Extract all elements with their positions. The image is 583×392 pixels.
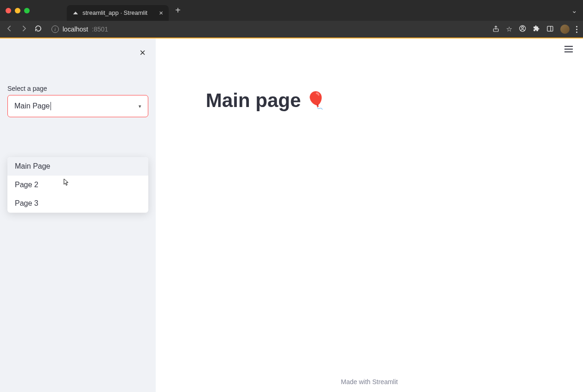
window-traffic-lights <box>6 8 30 13</box>
select-label: Select a page <box>7 85 148 92</box>
browser-tab-bar: streamlit_app · Streamlit × + ⌄ <box>0 0 583 21</box>
streamlit-favicon-icon <box>72 10 79 16</box>
toolbar-right-group: ☆ <box>492 25 577 34</box>
window-minimize-button[interactable] <box>15 8 20 13</box>
dropdown-option-main-page[interactable]: Main Page <box>7 157 148 176</box>
tab-close-icon[interactable]: × <box>159 9 163 17</box>
back-button[interactable] <box>6 25 13 34</box>
sidebar: × Select a page Main Page ▾ Main Page Pa… <box>0 38 156 392</box>
window-maximize-button[interactable] <box>24 8 30 13</box>
extensions-avatar-icon[interactable] <box>519 25 526 34</box>
address-bar[interactable]: i localhost:8501 <box>49 23 486 36</box>
page-content: Main page 🎈 <box>156 38 583 372</box>
dropdown-caret-icon[interactable]: ▾ <box>139 103 141 109</box>
extensions-puzzle-icon[interactable] <box>533 25 540 33</box>
svg-rect-3 <box>547 26 553 31</box>
side-panel-icon[interactable] <box>546 25 554 34</box>
page-select-input[interactable]: Main Page ▾ <box>7 95 148 117</box>
text-cursor <box>51 102 51 110</box>
main-content: Main page 🎈 Made with Streamlit <box>156 38 583 392</box>
reload-button[interactable] <box>34 25 42 34</box>
browser-menu-button[interactable] <box>576 26 577 33</box>
balloon-emoji-icon: 🎈 <box>305 91 326 110</box>
share-icon[interactable] <box>492 25 500 34</box>
site-info-icon[interactable]: i <box>51 25 59 33</box>
window-close-button[interactable] <box>6 8 11 13</box>
dropdown-option-page-2[interactable]: Page 2 <box>7 176 148 194</box>
svg-point-2 <box>521 26 523 28</box>
select-value: Main Page <box>14 102 50 110</box>
footer: Made with Streamlit <box>156 372 583 392</box>
profile-avatar[interactable] <box>560 25 570 34</box>
footer-prefix: Made with <box>341 378 373 386</box>
sidebar-close-button[interactable]: × <box>139 47 146 59</box>
url-host: localhost <box>63 25 88 33</box>
streamlit-app: × Select a page Main Page ▾ Main Page Pa… <box>0 38 583 392</box>
url-path: :8501 <box>92 25 108 33</box>
dropdown-option-page-3[interactable]: Page 3 <box>7 194 148 213</box>
forward-button[interactable] <box>20 25 28 34</box>
tab-title: streamlit_app · Streamlit <box>82 9 155 16</box>
page-select-dropdown: Main Page Page 2 Page 3 <box>7 157 148 213</box>
browser-toolbar: i localhost:8501 ☆ <box>0 21 583 38</box>
page-heading-text: Main page <box>206 89 301 112</box>
app-menu-button[interactable] <box>564 46 573 52</box>
tabs-dropdown-icon[interactable]: ⌄ <box>571 6 577 15</box>
browser-tab[interactable]: streamlit_app · Streamlit × <box>67 5 169 21</box>
bookmark-star-icon[interactable]: ☆ <box>506 25 512 33</box>
footer-streamlit-link[interactable]: Streamlit <box>372 378 398 386</box>
new-tab-button[interactable]: + <box>175 5 181 16</box>
page-heading: Main page 🎈 <box>206 89 533 112</box>
